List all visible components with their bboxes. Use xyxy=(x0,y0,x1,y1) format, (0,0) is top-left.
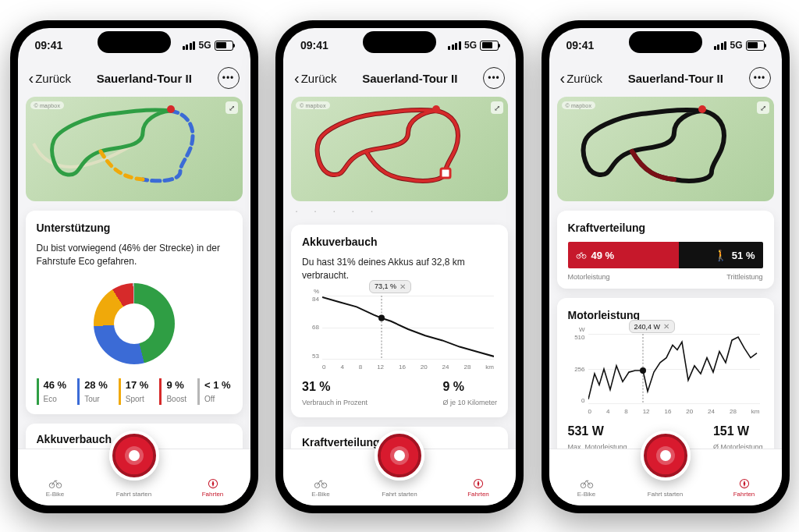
legend-off: < 1 % Off xyxy=(197,378,231,405)
tab-rides[interactable]: Fahrten xyxy=(721,478,768,498)
phone-1: 09:41 5G ‹ Zurück Sauerland-Tour II ••• xyxy=(10,20,258,513)
more-button[interactable]: ••• xyxy=(218,67,240,89)
pedestrian-icon: 🚶 xyxy=(714,250,727,261)
bike-icon xyxy=(48,478,62,489)
close-icon[interactable]: ✕ xyxy=(663,322,669,331)
battery-callout[interactable]: 73,1 %✕ xyxy=(369,280,411,293)
tab-start[interactable]: Fahrt starten xyxy=(376,478,423,498)
svg-point-7 xyxy=(378,314,385,321)
nav-bar: ‹Zurück Sauerland-Tour II ••• xyxy=(549,62,782,97)
legend-boost: 9 % Boost xyxy=(159,378,186,405)
more-button[interactable]: ••• xyxy=(749,67,771,89)
dynamic-island xyxy=(98,31,171,53)
support-body: Du bist vorwiegend (46% der Strecke) in … xyxy=(37,242,232,269)
battery-chart[interactable]: % 84 68 53 73,1 xyxy=(302,296,497,371)
dynamic-island xyxy=(629,31,702,53)
route-path-red xyxy=(291,97,508,201)
svg-point-4 xyxy=(432,105,440,113)
battery-icon xyxy=(480,41,499,51)
nav-bar: ‹Zurück Sauerland-Tour II ••• xyxy=(283,62,516,97)
battery-title: Akkuverbauch xyxy=(302,236,497,248)
phone-3: 09:41 5G ‹Zurück Sauerland-Tour II ••• xyxy=(542,20,790,513)
page-title: Sauerland-Tour II xyxy=(602,72,748,85)
dynamic-island xyxy=(363,31,436,53)
rider-label: Trittleistung xyxy=(726,273,762,281)
route-map[interactable]: © mapbox ⤢ xyxy=(291,97,508,201)
tab-rides[interactable]: Fahrten xyxy=(455,478,502,498)
network-label: 5G xyxy=(198,40,211,51)
page-title: Sauerland-Tour II xyxy=(337,72,483,85)
battery-body: Du hast 31% deines Akkus auf 32,8 km ver… xyxy=(302,256,497,283)
nav-bar: ‹ Zurück Sauerland-Tour II ••• xyxy=(18,62,250,97)
support-legend: 46 % Eco 28 % Tour 17 % Sport xyxy=(37,378,232,405)
record-fab[interactable] xyxy=(375,431,424,481)
route-path-black xyxy=(557,97,774,201)
more-button[interactable]: ••• xyxy=(483,67,505,89)
svg-rect-5 xyxy=(441,168,450,178)
support-card: Unterstützung Du bist vorwiegend (46% de… xyxy=(26,211,243,414)
legend-sport: 17 % Sport xyxy=(119,378,149,405)
phone-2: 09:41 5G ‹Zurück Sauerland-Tour II ••• xyxy=(275,20,524,513)
motor-label: Motorleistung xyxy=(568,273,610,281)
power-split-card: Kraftverteilung 49 % 🚶 51 % xyxy=(557,211,774,289)
compass-icon xyxy=(471,478,485,489)
tab-start[interactable]: Fahrt starten xyxy=(642,478,689,498)
battery-icon xyxy=(746,41,765,51)
svg-point-0 xyxy=(167,105,175,113)
svg-point-15 xyxy=(640,367,646,374)
support-title: Unterstützung xyxy=(37,222,232,234)
power-split-bar: 49 % 🚶 51 % xyxy=(568,242,763,268)
record-fab[interactable] xyxy=(641,431,691,481)
signal-icon xyxy=(448,41,461,50)
bike-icon xyxy=(314,478,328,489)
back-label: Zurück xyxy=(35,72,71,85)
route-path-multicolor xyxy=(26,97,243,201)
tab-ebike[interactable]: E-Bike xyxy=(563,478,610,498)
battery-card: Akkuverbauch Du hast 31% deines Akkus au… xyxy=(291,225,508,417)
battery-stat-per10km: 9 % Ø je 10 Kilometer xyxy=(442,380,497,408)
motor-callout[interactable]: 240,4 W✕ xyxy=(629,320,676,333)
tab-rides[interactable]: Fahrten xyxy=(190,478,236,498)
battery-icon xyxy=(215,41,233,51)
motor-portion: 49 % xyxy=(568,242,680,268)
close-icon[interactable]: ✕ xyxy=(400,282,406,291)
support-donut-chart xyxy=(94,283,175,364)
record-fab[interactable] xyxy=(109,431,159,481)
rider-portion: 🚶 51 % xyxy=(679,242,763,268)
status-time: 09:41 xyxy=(35,39,63,51)
tab-ebike[interactable]: E-Bike xyxy=(297,478,344,498)
signal-icon xyxy=(183,41,196,50)
status-time: 09:41 xyxy=(300,39,328,51)
back-button[interactable]: ‹Zurück xyxy=(294,70,337,86)
svg-point-11 xyxy=(698,105,706,113)
legend-strip: ••••• xyxy=(291,201,508,215)
signal-icon xyxy=(714,41,727,50)
compass-icon xyxy=(737,478,751,489)
motor-power-chart[interactable]: W 510 256 0 240, xyxy=(568,334,763,415)
bike-icon xyxy=(580,478,594,489)
back-button[interactable]: ‹ Zurück xyxy=(29,70,72,86)
chevron-left-icon: ‹ xyxy=(29,70,34,86)
compass-icon xyxy=(206,478,220,489)
battery-stat-pct: 31 % Verbrauch in Prozent xyxy=(302,380,368,408)
back-button[interactable]: ‹Zurück xyxy=(560,70,603,86)
bike-icon xyxy=(576,251,587,259)
legend-eco: 46 % Eco xyxy=(37,378,67,405)
page-title: Sauerland-Tour II xyxy=(71,72,217,85)
legend-tour: 28 % Tour xyxy=(77,378,108,405)
tab-ebike[interactable]: E-Bike xyxy=(32,478,79,498)
route-map[interactable]: © mapbox ⤢ xyxy=(26,97,243,201)
tab-start[interactable]: Fahrt starten xyxy=(111,478,158,498)
route-map[interactable]: © mapbox ⤢ xyxy=(557,97,774,201)
